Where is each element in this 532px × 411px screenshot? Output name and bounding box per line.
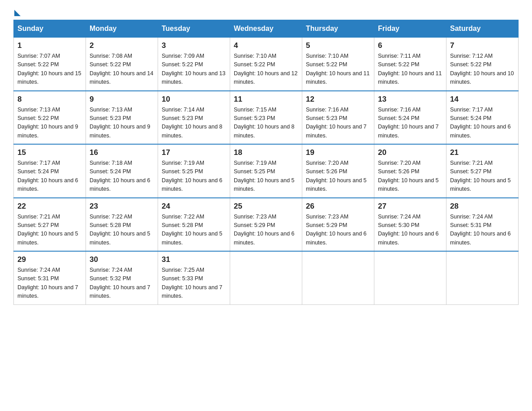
day-number: 12	[306, 95, 370, 104]
day-number: 15	[17, 148, 82, 157]
calendar-cell	[230, 251, 302, 304]
day-detail: Sunrise: 7:20 AMSunset: 5:26 PMDaylight:…	[378, 159, 442, 194]
calendar-week-row: 8Sunrise: 7:13 AMSunset: 5:22 PMDaylight…	[14, 91, 519, 145]
calendar-cell: 1Sunrise: 7:07 AMSunset: 5:22 PMDaylight…	[14, 38, 86, 91]
day-number: 29	[17, 255, 82, 264]
day-detail: Sunrise: 7:18 AMSunset: 5:24 PMDaylight:…	[90, 159, 154, 194]
day-number: 31	[162, 255, 226, 264]
day-detail: Sunrise: 7:24 AMSunset: 5:32 PMDaylight:…	[90, 266, 154, 301]
col-header-sunday: Sunday	[14, 20, 86, 38]
day-detail: Sunrise: 7:14 AMSunset: 5:23 PMDaylight:…	[162, 106, 226, 141]
calendar-cell: 14Sunrise: 7:17 AMSunset: 5:24 PMDayligh…	[446, 91, 519, 145]
calendar-cell: 31Sunrise: 7:25 AMSunset: 5:33 PMDayligh…	[158, 251, 230, 304]
calendar-week-row: 1Sunrise: 7:07 AMSunset: 5:22 PMDaylight…	[14, 38, 519, 91]
day-detail: Sunrise: 7:21 AMSunset: 5:27 PMDaylight:…	[17, 213, 82, 248]
day-detail: Sunrise: 7:20 AMSunset: 5:26 PMDaylight:…	[306, 159, 370, 194]
calendar-week-row: 15Sunrise: 7:17 AMSunset: 5:24 PMDayligh…	[14, 144, 519, 198]
day-detail: Sunrise: 7:19 AMSunset: 5:25 PMDaylight:…	[162, 159, 226, 194]
calendar-week-row: 29Sunrise: 7:24 AMSunset: 5:31 PMDayligh…	[14, 251, 519, 304]
day-number: 20	[378, 148, 442, 157]
day-detail: Sunrise: 7:15 AMSunset: 5:23 PMDaylight:…	[234, 106, 298, 141]
day-number: 30	[90, 255, 154, 264]
calendar-cell: 19Sunrise: 7:20 AMSunset: 5:26 PMDayligh…	[302, 144, 374, 198]
calendar-cell: 18Sunrise: 7:19 AMSunset: 5:25 PMDayligh…	[230, 144, 302, 198]
day-detail: Sunrise: 7:21 AMSunset: 5:27 PMDaylight:…	[450, 159, 515, 194]
day-number: 28	[450, 202, 515, 211]
day-detail: Sunrise: 7:24 AMSunset: 5:30 PMDaylight:…	[378, 213, 442, 248]
calendar-cell: 4Sunrise: 7:10 AMSunset: 5:22 PMDaylight…	[230, 38, 302, 91]
day-number: 7	[450, 41, 515, 50]
calendar-cell: 9Sunrise: 7:13 AMSunset: 5:23 PMDaylight…	[86, 91, 158, 145]
day-number: 14	[450, 95, 515, 104]
day-number: 3	[162, 41, 226, 50]
day-number: 21	[450, 148, 515, 157]
calendar-cell: 15Sunrise: 7:17 AMSunset: 5:24 PMDayligh…	[14, 144, 86, 198]
day-detail: Sunrise: 7:19 AMSunset: 5:25 PMDaylight:…	[234, 159, 298, 194]
calendar-week-row: 22Sunrise: 7:21 AMSunset: 5:27 PMDayligh…	[14, 198, 519, 252]
day-number: 22	[17, 202, 82, 211]
day-number: 26	[306, 202, 370, 211]
logo	[13, 9, 21, 15]
day-detail: Sunrise: 7:11 AMSunset: 5:22 PMDaylight:…	[378, 52, 442, 87]
day-detail: Sunrise: 7:16 AMSunset: 5:24 PMDaylight:…	[378, 106, 442, 141]
day-number: 19	[306, 148, 370, 157]
day-detail: Sunrise: 7:24 AMSunset: 5:31 PMDaylight:…	[450, 213, 515, 248]
calendar-header-row: SundayMondayTuesdayWednesdayThursdayFrid…	[14, 20, 519, 38]
day-number: 5	[306, 41, 370, 50]
day-detail: Sunrise: 7:13 AMSunset: 5:23 PMDaylight:…	[90, 106, 154, 141]
logo-arrow-icon	[14, 10, 21, 16]
calendar-cell	[302, 251, 374, 304]
calendar-cell: 3Sunrise: 7:09 AMSunset: 5:22 PMDaylight…	[158, 38, 230, 91]
calendar-cell	[374, 251, 446, 304]
calendar-cell: 28Sunrise: 7:24 AMSunset: 5:31 PMDayligh…	[446, 198, 519, 252]
day-detail: Sunrise: 7:25 AMSunset: 5:33 PMDaylight:…	[162, 266, 226, 301]
calendar-cell: 11Sunrise: 7:15 AMSunset: 5:23 PMDayligh…	[230, 91, 302, 145]
calendar-cell: 30Sunrise: 7:24 AMSunset: 5:32 PMDayligh…	[86, 251, 158, 304]
day-number: 2	[90, 41, 154, 50]
calendar-cell: 10Sunrise: 7:14 AMSunset: 5:23 PMDayligh…	[158, 91, 230, 145]
calendar-cell: 7Sunrise: 7:12 AMSunset: 5:22 PMDaylight…	[446, 38, 519, 91]
day-number: 27	[378, 202, 442, 211]
col-header-wednesday: Wednesday	[230, 20, 302, 38]
day-number: 17	[162, 148, 226, 157]
day-number: 6	[378, 41, 442, 50]
calendar-cell: 24Sunrise: 7:22 AMSunset: 5:28 PMDayligh…	[158, 198, 230, 252]
day-number: 1	[17, 41, 82, 50]
calendar-cell: 5Sunrise: 7:10 AMSunset: 5:22 PMDaylight…	[302, 38, 374, 91]
day-detail: Sunrise: 7:12 AMSunset: 5:22 PMDaylight:…	[450, 52, 515, 87]
day-detail: Sunrise: 7:13 AMSunset: 5:22 PMDaylight:…	[17, 106, 82, 141]
calendar-cell: 20Sunrise: 7:20 AMSunset: 5:26 PMDayligh…	[374, 144, 446, 198]
day-detail: Sunrise: 7:10 AMSunset: 5:22 PMDaylight:…	[306, 52, 370, 87]
day-detail: Sunrise: 7:23 AMSunset: 5:29 PMDaylight:…	[234, 213, 298, 248]
col-header-tuesday: Tuesday	[158, 20, 230, 38]
calendar-cell: 12Sunrise: 7:16 AMSunset: 5:23 PMDayligh…	[302, 91, 374, 145]
day-detail: Sunrise: 7:17 AMSunset: 5:24 PMDaylight:…	[17, 159, 82, 194]
calendar-cell: 27Sunrise: 7:24 AMSunset: 5:30 PMDayligh…	[374, 198, 446, 252]
day-detail: Sunrise: 7:08 AMSunset: 5:22 PMDaylight:…	[90, 52, 154, 87]
calendar-cell: 13Sunrise: 7:16 AMSunset: 5:24 PMDayligh…	[374, 91, 446, 145]
day-number: 25	[234, 202, 298, 211]
day-detail: Sunrise: 7:07 AMSunset: 5:22 PMDaylight:…	[17, 52, 82, 87]
day-number: 9	[90, 95, 154, 104]
calendar-cell: 6Sunrise: 7:11 AMSunset: 5:22 PMDaylight…	[374, 38, 446, 91]
page-header	[13, 9, 519, 15]
calendar-cell: 2Sunrise: 7:08 AMSunset: 5:22 PMDaylight…	[86, 38, 158, 91]
calendar-cell: 8Sunrise: 7:13 AMSunset: 5:22 PMDaylight…	[14, 91, 86, 145]
day-detail: Sunrise: 7:10 AMSunset: 5:22 PMDaylight:…	[234, 52, 298, 87]
day-number: 4	[234, 41, 298, 50]
col-header-monday: Monday	[86, 20, 158, 38]
day-detail: Sunrise: 7:22 AMSunset: 5:28 PMDaylight:…	[162, 213, 226, 248]
calendar-cell: 29Sunrise: 7:24 AMSunset: 5:31 PMDayligh…	[14, 251, 86, 304]
calendar-cell: 26Sunrise: 7:23 AMSunset: 5:29 PMDayligh…	[302, 198, 374, 252]
calendar-cell	[446, 251, 519, 304]
day-detail: Sunrise: 7:09 AMSunset: 5:22 PMDaylight:…	[162, 52, 226, 87]
calendar-cell: 17Sunrise: 7:19 AMSunset: 5:25 PMDayligh…	[158, 144, 230, 198]
day-number: 16	[90, 148, 154, 157]
col-header-saturday: Saturday	[446, 20, 519, 38]
day-number: 24	[162, 202, 226, 211]
col-header-thursday: Thursday	[302, 20, 374, 38]
day-number: 18	[234, 148, 298, 157]
col-header-friday: Friday	[374, 20, 446, 38]
calendar-table: SundayMondayTuesdayWednesdayThursdayFrid…	[13, 20, 519, 305]
day-detail: Sunrise: 7:24 AMSunset: 5:31 PMDaylight:…	[17, 266, 82, 301]
